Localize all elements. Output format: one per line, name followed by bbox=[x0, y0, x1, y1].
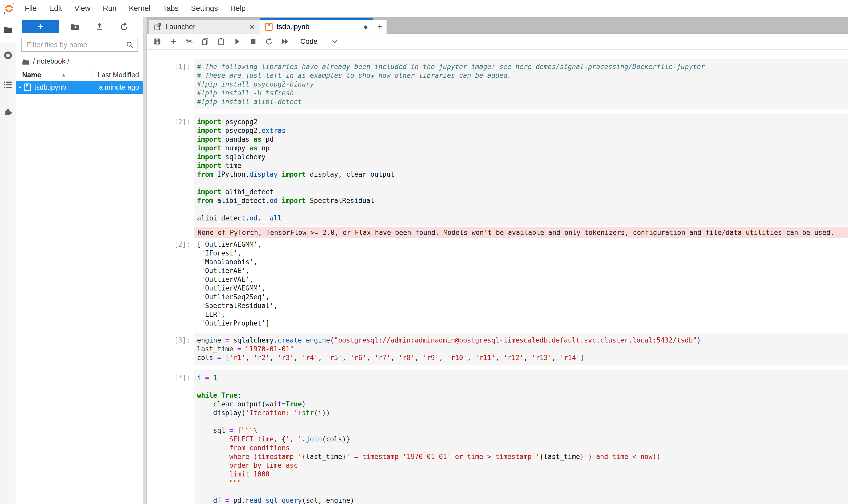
code-line: #!pip install psycopg2-binary bbox=[197, 80, 848, 89]
menu-tabs[interactable]: Tabs bbox=[157, 4, 185, 13]
code-line: 'Mahalanobis', bbox=[197, 257, 848, 266]
file-name: tsdb.ipynb bbox=[34, 84, 66, 91]
stop-kernel-icon[interactable] bbox=[249, 37, 257, 46]
code-editor[interactable]: i = 1 while True: clear_output(wait=True… bbox=[194, 370, 848, 504]
menu-edit[interactable]: Edit bbox=[43, 4, 68, 13]
input-prompt: [2]: bbox=[147, 114, 194, 226]
code-line: import numpy as np bbox=[197, 144, 848, 152]
cell-type-select[interactable]: Code bbox=[300, 37, 318, 46]
file-browser-toolbar: + bbox=[16, 17, 143, 35]
code-line: # The following libraries have already b… bbox=[197, 62, 848, 71]
notebook-cell: [3]:engine = sqlalchemy.create_engine("p… bbox=[147, 333, 848, 365]
new-folder-icon[interactable] bbox=[71, 22, 79, 31]
code-line: i = 1 bbox=[197, 374, 848, 382]
code-editor[interactable]: engine = sqlalchemy.create_engine("postg… bbox=[194, 333, 848, 365]
chevron-down-icon[interactable] bbox=[331, 38, 339, 45]
insert-cell-icon[interactable] bbox=[169, 37, 178, 46]
search-icon bbox=[126, 41, 134, 49]
notebook-icon bbox=[265, 23, 273, 31]
code-line: display('Iteration: '+str(i)) bbox=[197, 409, 848, 417]
new-tab-button[interactable]: + bbox=[373, 20, 386, 34]
file-modified: a minute ago bbox=[99, 84, 139, 91]
tab-bar: Launcher ✕ tsdb.ipynb ● + bbox=[147, 17, 848, 34]
output-area: ['OutlierAEGMM', 'IForest', 'Mahalanobis… bbox=[194, 240, 848, 328]
code-line bbox=[197, 417, 848, 426]
notebook-toolbar: ✂ Code bbox=[147, 34, 848, 50]
code-line: from conditions bbox=[197, 444, 848, 452]
code-line: sql = f"""\ bbox=[197, 426, 848, 435]
menu-run[interactable]: Run bbox=[96, 4, 123, 13]
main-area: Launcher ✕ tsdb.ipynb ● + ✂ bbox=[147, 17, 848, 504]
code-line: 'OutlierVAEGMM', bbox=[197, 284, 848, 292]
code-editor[interactable]: import psycopg2import psycopg2.extrasimp… bbox=[194, 114, 848, 226]
file-row[interactable]: •tsdb.ipynba minute ago bbox=[16, 81, 143, 94]
notebook-cell: [*]:i = 1 while True: clear_output(wait=… bbox=[147, 370, 848, 504]
launcher-icon bbox=[154, 23, 162, 31]
code-line: #!pip install alibi-detect bbox=[197, 97, 848, 106]
cut-cells-icon[interactable]: ✂ bbox=[185, 37, 194, 46]
input-prompt: [*]: bbox=[147, 370, 194, 504]
breadcrumb[interactable]: / notebook / bbox=[16, 53, 143, 69]
menu-items: FileEditViewRunKernelTabsSettingsHelp bbox=[19, 4, 252, 13]
menu-settings[interactable]: Settings bbox=[185, 4, 224, 13]
column-header-name[interactable]: Name bbox=[22, 71, 41, 79]
code-line: limit 1000 bbox=[197, 470, 848, 479]
code-line: """ bbox=[197, 479, 848, 487]
code-line: engine = sqlalchemy.create_engine("postg… bbox=[197, 336, 848, 345]
file-browser-icon[interactable] bbox=[3, 24, 13, 34]
column-header-modified[interactable]: Last Modified bbox=[91, 69, 139, 80]
file-list-header: Name ▲ Last Modified bbox=[16, 69, 143, 81]
menu-help[interactable]: Help bbox=[224, 4, 252, 13]
code-line: import sqlalchemy bbox=[197, 152, 848, 161]
code-line: import alibi_detect bbox=[197, 187, 848, 196]
code-line: 'LLR', bbox=[197, 310, 848, 319]
run-cell-icon[interactable] bbox=[233, 37, 241, 46]
menu-view[interactable]: View bbox=[68, 4, 96, 13]
new-launcher-button[interactable]: + bbox=[22, 20, 59, 33]
table-of-contents-icon[interactable] bbox=[3, 80, 13, 89]
menu-bar: FileEditViewRunKernelTabsSettingsHelp bbox=[0, 0, 848, 17]
close-tab-icon[interactable]: ✕ bbox=[249, 22, 255, 32]
menu-kernel[interactable]: Kernel bbox=[123, 4, 157, 13]
save-icon[interactable] bbox=[153, 37, 162, 46]
code-line: 'OutlierSeq2Seq', bbox=[197, 292, 848, 301]
restart-run-all-icon[interactable] bbox=[281, 37, 289, 46]
panel-splitter[interactable] bbox=[143, 17, 147, 504]
notebook-icon bbox=[23, 84, 31, 91]
code-line: import psycopg2 bbox=[197, 118, 848, 126]
tab-label: Launcher bbox=[165, 23, 196, 31]
jupyter-logo-icon bbox=[3, 3, 15, 14]
extension-manager-icon[interactable] bbox=[3, 107, 13, 117]
code-line: import pandas as pd bbox=[197, 135, 848, 144]
tab-tsdb-notebook[interactable]: tsdb.ipynb ● bbox=[260, 18, 373, 34]
code-line: from alibi_detect.od import SpectralResi… bbox=[197, 196, 848, 205]
file-filter-box bbox=[21, 38, 138, 52]
code-line: cols = ['r1', 'r2', 'r3', 'r4', 'r5', 'r… bbox=[197, 353, 848, 362]
unsaved-dot-icon: • bbox=[19, 84, 21, 91]
code-line: from IPython.display import display, cle… bbox=[197, 170, 848, 179]
file-filter-input[interactable] bbox=[26, 40, 126, 49]
notebook-document: [1]:# The following libraries have alrea… bbox=[147, 50, 848, 504]
code-line bbox=[197, 382, 848, 391]
upload-icon[interactable] bbox=[95, 22, 104, 31]
notebook-cell: [2]:import psycopg2import psycopg2.extra… bbox=[147, 114, 848, 328]
folder-icon bbox=[22, 58, 30, 66]
code-line: #!pip install -U tsfresh bbox=[197, 89, 848, 97]
input-prompt: [1]: bbox=[147, 59, 194, 109]
code-line: import psycopg2.extras bbox=[197, 126, 848, 135]
code-line: 'OutlierProphet'] bbox=[197, 319, 848, 328]
copy-cells-icon[interactable] bbox=[201, 37, 210, 46]
output-prompt: [2]: bbox=[147, 240, 194, 328]
refresh-icon[interactable] bbox=[120, 22, 128, 31]
menu-file[interactable]: File bbox=[19, 4, 43, 13]
restart-kernel-icon[interactable] bbox=[265, 37, 273, 46]
running-kernels-icon[interactable] bbox=[3, 51, 13, 60]
unsaved-changes-icon: ● bbox=[363, 22, 368, 31]
tab-launcher[interactable]: Launcher ✕ bbox=[149, 20, 260, 34]
stderr-output: None of PyTorch, TensorFlow >= 2.0, or F… bbox=[194, 227, 848, 238]
paste-cells-icon[interactable] bbox=[217, 37, 225, 46]
code-line: alibi_detect.od.__all__ bbox=[197, 214, 848, 222]
code-line: 'OutlierVAE', bbox=[197, 275, 848, 284]
code-line: ['OutlierAEGMM', bbox=[197, 240, 848, 249]
code-editor[interactable]: # The following libraries have already b… bbox=[194, 59, 848, 109]
